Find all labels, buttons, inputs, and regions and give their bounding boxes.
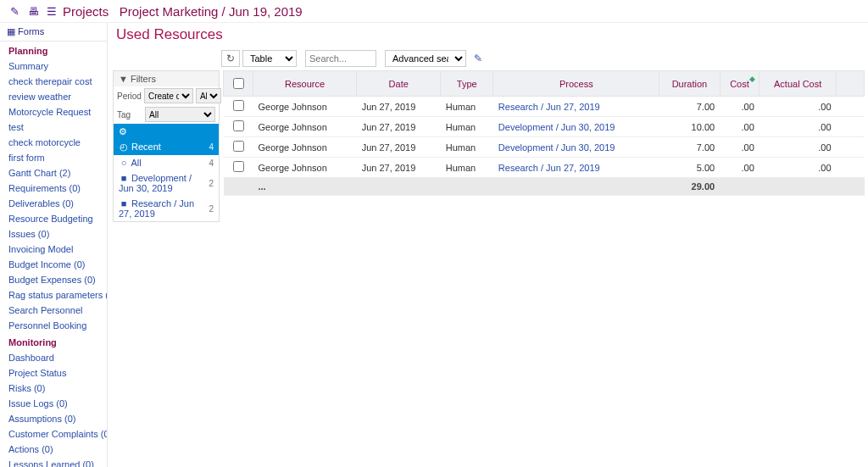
breadcrumb-date: Jun 19, 2019 [229,4,303,19]
nav-item[interactable]: Search Personnel [0,303,107,318]
cell-resource: George Johnson [253,117,357,137]
nav-item[interactable]: Dashboard [0,350,107,365]
cell-cost: .00 [720,117,760,137]
left-nav: ▦ Forms PlanningSummarycheck therepair c… [0,23,108,467]
grid-icon: ▦ [7,26,15,36]
advanced-search-select[interactable]: Advanced search [385,50,466,67]
nav-item[interactable]: Lessons Learned (0) [0,457,107,467]
nav-item[interactable]: Requirements (0) [0,181,107,196]
cell-resource: George Johnson [253,158,357,178]
cell-cost: .00 [720,97,760,117]
nav-item[interactable]: check therepair cost [0,74,107,89]
cell-cost: .00 [720,137,760,158]
nav-item[interactable]: Budget Income (0) [0,257,107,272]
cell-type: Human [441,97,493,117]
cell-actual: .00 [760,117,837,137]
header-duration[interactable]: Duration [659,71,720,97]
cell-type: Human [441,158,493,178]
header-checkbox[interactable] [224,71,253,97]
folder-icon: ○ [119,158,129,168]
breadcrumb-project-name[interactable]: Project Marketing [120,4,219,19]
topbar: ✎ 🖶 ☰ Projects Project Marketing / Jun 1… [0,0,868,23]
filter-node[interactable]: ◴ Recent4 [114,139,219,155]
header-process[interactable]: Process [493,71,659,97]
cell-actual: .00 [760,158,837,178]
nav-item[interactable]: check motorcycle [0,135,107,150]
view-select[interactable]: Table [242,50,297,67]
cell-duration: 7.00 [659,97,720,117]
total-label: ... [253,178,659,196]
header-date[interactable]: Date [357,71,441,97]
sort-icon: ◆ [749,75,755,83]
cell-actual: .00 [760,97,837,117]
table-row[interactable]: George JohnsonJun 27, 2019HumanDevelopme… [224,117,865,137]
search-input[interactable] [305,50,376,67]
filters-gear[interactable]: ⚙ [114,124,219,139]
folder-icon: ■ [119,173,129,183]
nav-item[interactable]: Deliverables (0) [0,196,107,211]
folder-icon: ◴ [119,142,129,153]
nav-item[interactable]: Gantt Chart (2) [0,165,107,181]
cell-process[interactable]: Research / Jun 27, 2019 [493,158,659,178]
nav-section-title: Planning [0,42,107,58]
nav-item[interactable]: Project Status [0,365,107,381]
cell-resource: George Johnson [253,97,357,117]
cell-date: Jun 27, 2019 [357,137,441,158]
row-checkbox[interactable] [224,158,253,178]
row-checkbox[interactable] [224,97,253,117]
breadcrumb-projects[interactable]: Projects [63,4,108,19]
nav-item[interactable]: Invoicing Model [0,242,107,257]
cell-duration: 10.00 [659,117,720,137]
filter-node[interactable]: ■ Development / Jun 30, 20192 [114,170,219,196]
nav-item[interactable]: Issues (0) [0,226,107,242]
header-cost[interactable]: Cost◆ [720,71,760,97]
table-row[interactable]: George JohnsonJun 27, 2019HumanResearch … [224,97,865,117]
cell-date: Jun 27, 2019 [357,158,441,178]
nav-item[interactable]: Rag status parameters (0) [0,287,107,303]
table-row[interactable]: George JohnsonJun 27, 2019HumanResearch … [224,158,865,178]
edit-search-icon[interactable]: ✎ [469,50,487,67]
header-actual-cost[interactable]: Actual Cost [760,71,837,97]
nav-item[interactable]: Summary [0,58,107,74]
filter-node[interactable]: ■ Research / Jun 27, 20192 [114,196,219,221]
nav-section-title: Monitoring [0,333,107,350]
header-spacer [837,71,865,97]
filter-node[interactable]: ○ All4 [114,155,219,170]
refresh-icon[interactable]: ↻ [221,50,240,67]
period-field-select[interactable]: Create date [144,88,193,103]
cell-process[interactable]: Development / Jun 30, 2019 [493,117,659,137]
nav-item[interactable]: Motorcycle Request [0,104,107,120]
nav-item[interactable]: Assumptions (0) [0,411,107,426]
row-checkbox[interactable] [224,137,253,158]
nav-item[interactable]: Budget Expenses (0) [0,272,107,287]
edit-icon[interactable]: ✎ [7,3,22,19]
toolbar: ↻ Table Advanced search ✎ [218,48,868,69]
grid: Resource Date Type Process Duration Cost… [220,69,868,222]
nav-item[interactable]: Customer Complaints (0) [0,426,107,442]
nav-item[interactable]: first form [0,150,107,165]
cell-process[interactable]: Research / Jun 27, 2019 [493,97,659,117]
nav-item[interactable]: Personnel Booking [0,318,107,333]
page-title: Used Resources [108,23,868,48]
nav-item[interactable]: Resource Budgeting [0,211,107,226]
row-checkbox[interactable] [224,117,253,137]
cell-type: Human [441,137,493,158]
table-header-row: Resource Date Type Process Duration Cost… [224,71,865,97]
total-duration: 29.00 [659,178,720,196]
cell-process[interactable]: Development / Jun 30, 2019 [493,137,659,158]
nav-item[interactable]: Issue Logs (0) [0,396,107,411]
nav-item[interactable]: Risks (0) [0,381,107,396]
cell-actual: .00 [760,137,837,158]
cell-type: Human [441,117,493,137]
nav-item[interactable]: Actions (0) [0,442,107,457]
header-resource[interactable]: Resource [253,71,357,97]
cell-duration: 5.00 [659,158,720,178]
print-icon[interactable]: 🖶 [25,3,41,19]
table-row[interactable]: George JohnsonJun 27, 2019HumanDevelopme… [224,137,865,158]
menu-icon[interactable]: ☰ [44,3,59,19]
nav-item[interactable]: test [0,120,107,135]
nav-item[interactable]: review weather [0,89,107,104]
header-type[interactable]: Type [441,71,493,97]
period-all-select[interactable]: All [196,88,221,103]
tag-select[interactable]: All [145,107,215,122]
